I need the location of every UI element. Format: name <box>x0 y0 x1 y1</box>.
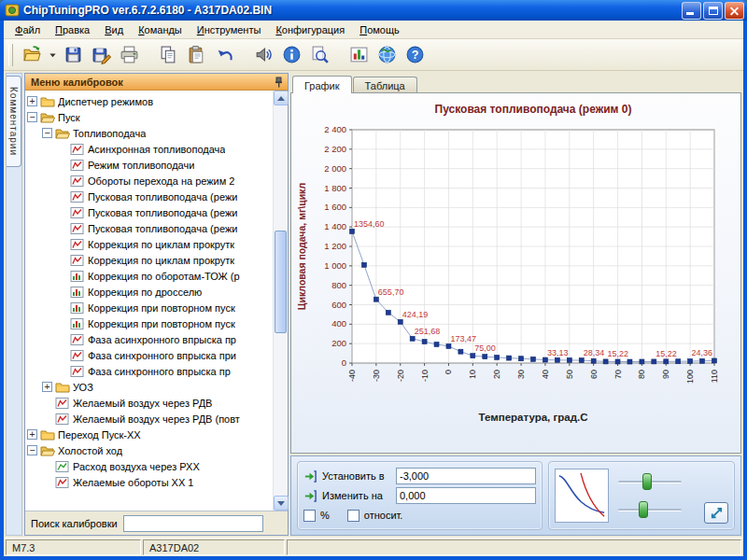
help-button[interactable]: ? <box>402 42 428 68</box>
save-edit-button[interactable] <box>88 42 114 68</box>
svg-text:100: 100 <box>685 370 695 384</box>
tree-item[interactable]: −Холостой ход <box>25 442 273 458</box>
calibration-panel: Меню калибровок +Диспетчер режимов−Пуск−… <box>24 73 289 536</box>
volume-button[interactable] <box>250 42 276 68</box>
save-button[interactable] <box>60 42 86 68</box>
tree-item[interactable]: Коррекция по оборотам-ТОЖ (р <box>25 268 273 284</box>
expand-toggle[interactable]: + <box>27 429 37 440</box>
tree-item-label: Коррекция при повторном пуск <box>88 318 235 329</box>
open-button[interactable] <box>19 42 45 68</box>
tree-item[interactable]: Коррекция при повторном пуск <box>25 315 273 331</box>
search-bar: Поиск калибровки <box>25 511 288 535</box>
tree-item[interactable]: +Переход Пуск-ХХ <box>25 427 273 442</box>
relative-checkbox[interactable] <box>347 510 359 522</box>
svg-text:-20: -20 <box>396 370 405 382</box>
expand-toggle[interactable]: + <box>42 382 52 392</box>
svg-text:Пусковая топливоподача (режим: Пусковая топливоподача (режим 0) <box>435 103 632 116</box>
set-value-input[interactable] <box>396 468 536 484</box>
info-button[interactable] <box>278 42 304 68</box>
map-red-icon <box>55 397 70 410</box>
svg-text:1 400: 1 400 <box>324 221 346 231</box>
change-value-input[interactable] <box>396 487 536 504</box>
slider-thumb[interactable] <box>639 501 648 518</box>
tree-item[interactable]: Коррекция по циклам прокрутк <box>25 236 273 252</box>
open-arrow-button[interactable] <box>47 42 58 68</box>
tree-item[interactable]: Желаемый воздух через РДВ <box>25 395 273 411</box>
svg-text:Цикловая подача, мг\цикл: Цикловая подача, мг\цикл <box>296 182 307 309</box>
percent-checkbox[interactable] <box>303 510 316 522</box>
menu-item-6[interactable]: Помощь <box>352 21 407 38</box>
apply-button[interactable] <box>704 502 728 524</box>
toolbar-grip[interactable] <box>8 44 13 66</box>
slider-thumb[interactable] <box>642 473 652 490</box>
tab-table[interactable]: Таблица <box>353 77 417 93</box>
tree-item[interactable]: Режим топливоподачи <box>25 157 273 173</box>
tree-item[interactable]: −Пуск <box>25 109 273 125</box>
scale-slider-2[interactable] <box>618 501 682 518</box>
menu-item-1[interactable]: Правка <box>48 21 97 38</box>
comments-tab[interactable]: Комментарии <box>7 76 21 167</box>
close-button[interactable] <box>725 2 744 20</box>
tree-item[interactable]: −Топливоподача <box>25 125 273 141</box>
tree-item[interactable]: Коррекция по дросселю <box>25 284 273 300</box>
change-value-label: Изменить на <box>322 490 391 501</box>
menu-item-0[interactable]: Файл <box>7 21 48 38</box>
search-input[interactable] <box>123 515 263 532</box>
tree-item[interactable]: Асинхронная топливоподача <box>25 141 273 157</box>
svg-text:400: 400 <box>331 318 346 329</box>
svg-text:90: 90 <box>661 370 670 379</box>
tree-item[interactable]: Желаемые обороты ХХ 1 <box>25 474 273 490</box>
scroll-up-button[interactable] <box>274 91 289 105</box>
tree-item[interactable]: Фаза синхронного впрыска при <box>25 347 273 363</box>
tree-item[interactable]: Расход воздуха через РХХ <box>25 458 273 474</box>
tree-item-label: Коррекция по циклам прокрутк <box>88 239 234 250</box>
scroll-down-button[interactable] <box>274 496 289 511</box>
status-mode: M7.3 <box>6 539 141 555</box>
map-multi-icon <box>70 270 85 283</box>
svg-text:-40: -40 <box>347 370 357 382</box>
pin-icon[interactable] <box>274 77 284 88</box>
tab-graph[interactable]: График <box>292 76 352 93</box>
chart-card: -40-30-20-100102030405060708090100110020… <box>290 92 741 454</box>
map-red-icon <box>70 365 85 378</box>
menu-item-2[interactable]: Вид <box>97 21 131 38</box>
expand-toggle[interactable]: − <box>27 445 37 455</box>
scale-group <box>548 461 735 530</box>
undo-button[interactable] <box>211 42 237 68</box>
menu-item-3[interactable]: Команды <box>131 21 190 38</box>
tree-item-label: Желаемый воздух через РДВ (повт <box>73 413 240 425</box>
up-arrow-icon <box>277 96 285 101</box>
expand-toggle[interactable]: + <box>27 96 37 106</box>
tree-item[interactable]: Коррекция по циклам прокрутк <box>25 252 273 268</box>
expand-toggle[interactable]: − <box>42 128 52 138</box>
tree-item[interactable]: Коррекция при повторном пуск <box>25 300 273 315</box>
print-button[interactable] <box>116 42 142 68</box>
tree-item[interactable]: +УОЗ <box>25 379 273 395</box>
globe-button[interactable] <box>374 42 400 68</box>
minimize-button[interactable] <box>682 2 701 20</box>
tree-item[interactable]: Фаза синхронного впрыска пр <box>25 363 273 379</box>
copy-button[interactable] <box>155 42 181 68</box>
tree-item[interactable]: Пусковая топливоподача (режи <box>25 204 273 220</box>
equalizer-button[interactable] <box>345 42 372 68</box>
paste-button[interactable] <box>183 42 209 68</box>
view-tabs: ГрафикТаблица <box>290 73 741 92</box>
slider-track[interactable] <box>618 509 682 511</box>
scrollbar-thumb[interactable] <box>275 231 287 333</box>
svg-text:Температура, град.С: Температура, град.С <box>479 412 588 423</box>
tree-item[interactable]: Желаемый воздух через РДВ (повт <box>25 411 273 427</box>
tree-item[interactable]: Фаза асинхронного впрыска пр <box>25 331 273 347</box>
zoom-button[interactable] <box>306 42 332 68</box>
scale-slider-1[interactable] <box>618 473 682 490</box>
expand-toggle[interactable]: − <box>27 112 37 122</box>
tree-item[interactable]: Пусковая топливоподача (режи <box>25 189 273 204</box>
maximize-button[interactable] <box>703 2 723 20</box>
menu-item-4[interactable]: Инструменты <box>190 21 269 38</box>
tree-item[interactable]: Обороты перехода на режим 2 <box>25 173 273 189</box>
menu-item-5[interactable]: Конфигурация <box>268 21 352 38</box>
tree-item[interactable]: Пусковая топливоподача (режи <box>25 220 273 236</box>
svg-text:200: 200 <box>331 338 346 348</box>
titlebar[interactable]: ChipTuningPRO ver.6.7.2.6180 - A317DA02.… <box>0 0 747 21</box>
tree-item[interactable]: +Диспетчер режимов <box>25 93 273 109</box>
tree-scrollbar[interactable] <box>273 91 288 511</box>
